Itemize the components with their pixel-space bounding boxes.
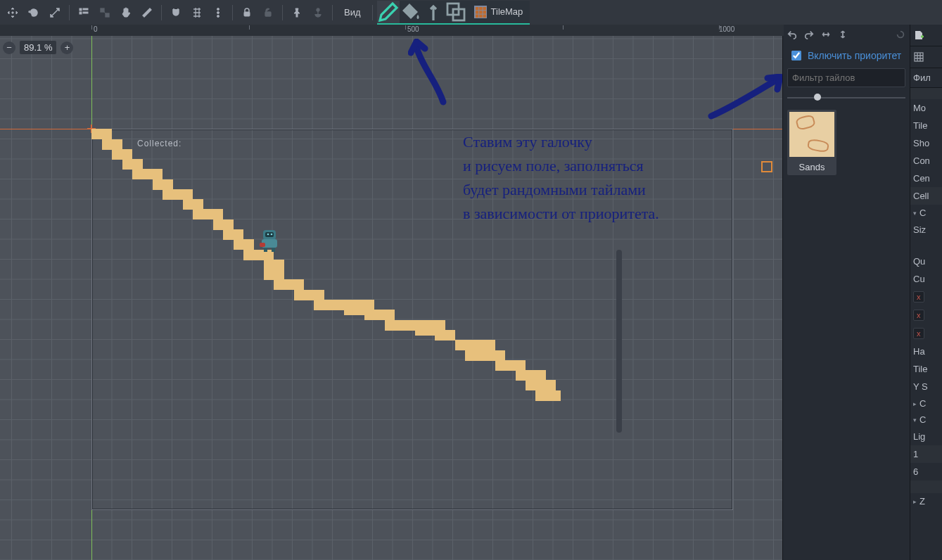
redo-icon[interactable] [804,30,814,42]
inspector-section[interactable]: Lig [910,428,942,445]
view-menu[interactable]: Вид [337,3,368,23]
inspector-expand-row[interactable]: ▸Z [910,493,942,509]
snap-config-icon[interactable] [187,3,207,23]
inspector-expand-row[interactable]: ▾C [910,205,942,221]
separator [69,5,70,20]
tile-thumbnail [789,112,834,157]
ruler-tick-label: 0 [94,25,98,33]
rotate-tool-icon[interactable] [24,3,44,23]
tile-search [787,68,905,87]
scale-tool-icon[interactable] [45,3,65,23]
inspector-expand-row[interactable]: ▸C [910,395,942,412]
sand-tile [163,189,193,200]
sand-tile [465,350,505,361]
canvas-viewport[interactable]: Collected: Ставим эту галочку и рисуем п… [0,25,782,560]
pin-icon[interactable] [287,3,307,23]
annotation-arrow-right [707,74,782,123]
overflow-menu-icon[interactable] [208,3,228,23]
annotation-arrow-top [408,39,457,109]
undo-icon[interactable] [787,30,797,42]
inspector-chip[interactable]: x [910,324,942,343]
enable-priority-label[interactable]: Включить приоритет [808,50,901,61]
snap-toggle-icon[interactable] [166,3,186,23]
picker-tool-icon[interactable] [422,1,445,23]
rotate-left-icon[interactable] [896,30,905,42]
sand-tile [213,219,234,230]
svg-point-8 [217,15,219,17]
flip-v-icon[interactable] [838,30,848,42]
tile-cursor-preview [761,161,772,172]
svg-rect-3 [83,12,88,13]
svg-point-6 [217,8,219,10]
zoom-value[interactable]: 89.1 % [20,41,56,54]
zoom-out-button[interactable]: − [3,42,15,54]
svg-rect-22 [272,248,275,252]
svg-rect-20 [260,243,265,247]
inspector-section[interactable]: Cu [910,270,942,288]
main-toolbar: Вид TileMap [0,0,942,25]
sand-tile [535,390,561,401]
sand-tile [264,260,284,280]
sand-tile [153,179,173,190]
svg-rect-21 [264,248,267,252]
sand-tile [516,370,546,381]
svg-rect-11 [296,13,298,17]
tile-name: Sands [787,159,836,172]
vertical-scrollbar[interactable] [616,250,622,433]
pan-tool-icon[interactable] [116,3,136,23]
inspector-section[interactable]: Tile [910,360,942,378]
svg-rect-4 [101,8,104,12]
inspector-section[interactable]: Mo [910,99,942,117]
unlock-icon[interactable] [258,3,278,23]
tile-zoom-slider[interactable] [787,91,905,104]
inspector-chip[interactable]: x [910,288,942,306]
tile-item-sands[interactable]: Sands [787,110,836,175]
inspector-expand-row[interactable]: ▾C [910,412,942,428]
inspector-section[interactable]: Cen [910,170,942,187]
inspector-section[interactable]: Y S [910,378,942,395]
tile-panel: Включить приоритет Sands [782,25,910,560]
inspector-filter-label[interactable]: Фил [910,68,942,88]
tile-panel-tools [783,25,910,46]
inspector-value[interactable]: 1 [910,445,942,463]
enable-priority-checkbox[interactable] [791,51,801,61]
inspector-section[interactable]: Ha [910,343,942,360]
bucket-fill-icon[interactable] [400,1,422,23]
tilemap-button[interactable]: TileMap [467,1,530,23]
svg-point-18 [271,234,273,236]
sand-tile [435,330,455,341]
inspector-section[interactable]: Tile [910,117,942,134]
zoom-controls: − 89.1 % + [3,41,73,54]
lock-icon[interactable] [237,3,257,23]
svg-point-12 [317,8,319,11]
horizontal-ruler: 0 500 1000 [0,25,784,36]
ungroup-icon[interactable] [95,3,115,23]
svg-point-7 [217,11,219,13]
tilemap-label: TileMap [491,6,523,17]
list-select-icon[interactable] [74,3,94,23]
inspector-grid-icon[interactable] [910,46,942,68]
tilemap-toolbar: TileMap [377,1,530,25]
zoom-in-button[interactable]: + [61,42,73,54]
inspector-section[interactable]: Cell [910,187,942,205]
inspector-section[interactable]: Con [910,152,942,170]
inspector-section[interactable]: Siz [910,221,942,238]
ruler-tick-label: 500 [407,25,419,33]
move-tool-icon[interactable] [3,3,23,23]
flip-h-icon[interactable] [821,30,831,42]
inspector-add-icon[interactable] [910,25,942,46]
tile-search-input[interactable] [788,69,915,87]
inspector-chip[interactable]: x [910,306,942,324]
paint-tool-icon[interactable] [377,1,400,23]
inspector-section[interactable]: Qu [910,253,942,270]
inspector-section[interactable]: Sho [910,134,942,152]
separator [372,5,373,20]
sand-tile [193,209,223,219]
select-rect-icon[interactable] [445,1,467,23]
sand-tile [455,340,495,350]
inspector-value[interactable]: 6 [910,463,942,481]
anchor-icon[interactable] [308,3,328,23]
ruler-tool-icon[interactable] [137,3,157,23]
svg-rect-2 [83,8,88,10]
svg-point-17 [267,234,269,236]
